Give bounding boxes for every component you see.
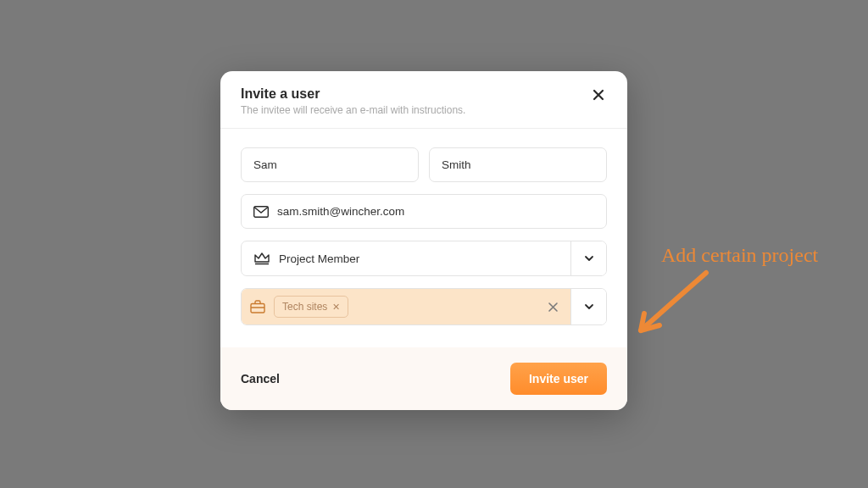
chevron-down-icon — [583, 301, 595, 313]
project-chip-label: Tech sites — [282, 301, 327, 313]
project-dropdown-toggle[interactable] — [570, 289, 606, 324]
close-icon — [548, 302, 559, 313]
crown-icon — [253, 252, 270, 265]
project-select[interactable]: Tech sites ✕ — [241, 288, 607, 325]
envelope-icon — [253, 206, 269, 218]
modal-header: Invite a user The invitee will receive a… — [220, 71, 627, 129]
chevron-down-icon — [583, 252, 595, 264]
svg-rect-2 — [251, 304, 264, 313]
close-icon — [592, 88, 605, 102]
modal-subtitle: The invitee will receive an e-mail with … — [241, 104, 465, 116]
project-chip[interactable]: Tech sites ✕ — [274, 296, 348, 318]
first-name-value: Sam — [253, 158, 277, 171]
email-value: sam.smith@wincher.com — [277, 205, 404, 218]
invite-user-modal: Invite a user The invitee will receive a… — [220, 71, 627, 410]
close-button[interactable] — [590, 86, 607, 103]
last-name-input[interactable]: Smith — [429, 147, 607, 182]
email-input[interactable]: sam.smith@wincher.com — [241, 194, 607, 229]
last-name-value: Smith — [442, 158, 471, 171]
cancel-button[interactable]: Cancel — [241, 372, 280, 385]
role-dropdown-toggle[interactable] — [570, 241, 606, 275]
first-name-input[interactable]: Sam — [241, 147, 419, 182]
annotation-arrow — [626, 264, 719, 349]
role-select[interactable]: Project Member — [241, 241, 607, 276]
project-select-body: Tech sites ✕ — [242, 289, 570, 324]
project-clear-button[interactable] — [544, 298, 562, 316]
role-select-body: Project Member — [242, 241, 570, 275]
modal-title: Invite a user — [241, 86, 465, 102]
invite-user-button[interactable]: Invite user — [510, 363, 607, 395]
briefcase-icon — [250, 300, 265, 313]
modal-footer: Cancel Invite user — [220, 347, 627, 410]
annotation-text: Add certain project — [661, 244, 818, 267]
project-chip-remove[interactable]: ✕ — [332, 302, 340, 313]
role-value: Project Member — [279, 252, 359, 265]
modal-body: Sam Smith sam.smith@wincher.com Project … — [220, 129, 627, 347]
